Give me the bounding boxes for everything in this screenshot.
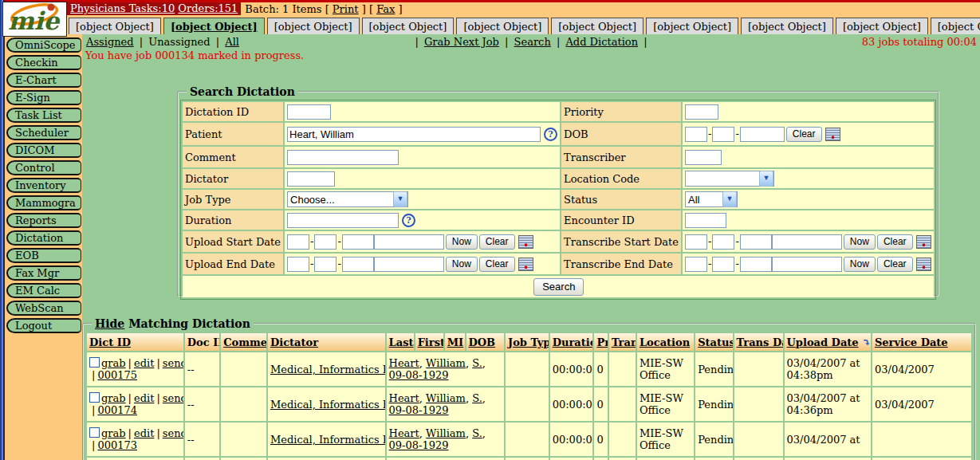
sort-descending-icon[interactable]: ⤵ bbox=[862, 336, 871, 348]
location-code-select[interactable]: ▼ bbox=[685, 171, 774, 187]
transcribe-end-year-input[interactable] bbox=[740, 257, 772, 272]
row-checkbox[interactable] bbox=[89, 427, 100, 438]
column-sort-link[interactable]: Doc ID bbox=[187, 336, 219, 348]
duration-help-icon[interactable]: ? bbox=[402, 214, 415, 227]
column-sort-link[interactable]: Service Date bbox=[875, 336, 948, 348]
upload-end-now-button[interactable]: Now bbox=[446, 257, 478, 272]
edit-link[interactable]: edit bbox=[134, 392, 154, 404]
tab[interactable]: [object Object] bbox=[362, 18, 455, 34]
sidebar-item[interactable]: EM Calc bbox=[6, 283, 81, 298]
tab[interactable]: [object Object] bbox=[551, 18, 643, 34]
transcribe-end-time-input[interactable] bbox=[772, 257, 842, 272]
grab-link[interactable]: grab bbox=[101, 392, 126, 404]
sidebar-item[interactable]: Fax Mgr bbox=[6, 265, 81, 281]
transcribe-start-time-input[interactable] bbox=[772, 234, 842, 250]
column-sort-link[interactable]: Status bbox=[698, 336, 732, 348]
tab[interactable]: [object Object] bbox=[836, 18, 928, 34]
print-link[interactable]: Print bbox=[333, 3, 359, 15]
patient-first-link[interactable]: William bbox=[426, 427, 466, 439]
send-link[interactable]: send bbox=[163, 427, 183, 439]
transcribe-start-now-button[interactable]: Now bbox=[844, 234, 876, 250]
patient-dob-link[interactable]: 09-08-1929 bbox=[389, 404, 449, 416]
send-link[interactable]: send bbox=[163, 392, 183, 404]
patient-last-link[interactable]: Heart bbox=[389, 357, 419, 369]
patient-input[interactable] bbox=[287, 127, 541, 142]
patient-last-link[interactable]: Heart bbox=[389, 427, 419, 439]
sidebar-item[interactable]: DICOM bbox=[6, 143, 81, 158]
transcribe-start-year-input[interactable] bbox=[740, 234, 772, 250]
row-checkbox[interactable] bbox=[89, 357, 100, 368]
patient-first-link[interactable]: William bbox=[426, 357, 466, 369]
patient-mi-link[interactable]: S. bbox=[472, 357, 482, 369]
sidebar-item[interactable]: WebScan bbox=[6, 301, 81, 316]
column-sort-link[interactable]: Last bbox=[389, 336, 414, 348]
sidebar-item[interactable]: OmniScope bbox=[6, 37, 81, 53]
column-sort-link[interactable]: Dictator bbox=[270, 336, 318, 348]
sidebar-item[interactable]: E-Chart bbox=[6, 73, 81, 88]
grab-next-job-link[interactable]: Grab Next Job bbox=[424, 36, 499, 48]
column-sort-link[interactable]: Trans Date bbox=[737, 336, 783, 348]
priority-input[interactable] bbox=[685, 104, 718, 120]
search-button[interactable]: Search bbox=[533, 278, 584, 296]
transcribe-end-day-input[interactable] bbox=[712, 257, 734, 272]
transcribe-start-month-input[interactable] bbox=[685, 234, 707, 250]
sidebar-item[interactable]: Logout bbox=[6, 318, 81, 333]
upload-start-calendar-icon[interactable] bbox=[518, 235, 533, 249]
dict-id-link[interactable]: 000174 bbox=[97, 404, 137, 416]
dob-calendar-icon[interactable] bbox=[825, 128, 840, 141]
upload-end-month-input[interactable] bbox=[287, 257, 309, 272]
sidebar-item[interactable]: Task List bbox=[6, 108, 81, 123]
status-select[interactable]: All▼ bbox=[685, 191, 738, 207]
fax-link[interactable]: Fax bbox=[376, 3, 395, 15]
transcriber-input[interactable] bbox=[685, 150, 722, 165]
tab[interactable]: [object Object] bbox=[69, 18, 161, 34]
tab[interactable]: [object Object] bbox=[163, 18, 265, 34]
patient-mi-link[interactable]: S. bbox=[472, 427, 482, 439]
physicians-tasks-link[interactable]: Physicians Tasks:10 bbox=[70, 2, 175, 14]
patient-first-link[interactable]: William bbox=[426, 392, 466, 404]
tab[interactable]: [object Object] bbox=[741, 18, 833, 34]
sidebar-item[interactable]: Inventory bbox=[6, 178, 81, 193]
upload-end-calendar-icon[interactable] bbox=[518, 258, 533, 271]
transcribe-start-day-input[interactable] bbox=[712, 234, 734, 250]
upload-start-time-input[interactable] bbox=[374, 234, 444, 250]
column-sort-link[interactable]: Job Type bbox=[508, 336, 549, 348]
column-sort-link[interactable]: DOB bbox=[469, 336, 496, 348]
edit-link[interactable]: edit bbox=[134, 427, 154, 439]
transcribe-end-now-button[interactable]: Now bbox=[844, 257, 876, 272]
orders-link[interactable]: Orders:151 bbox=[178, 2, 238, 14]
all-link[interactable]: All bbox=[225, 36, 239, 48]
upload-end-day-input[interactable] bbox=[314, 257, 337, 272]
search-link[interactable]: Search bbox=[514, 36, 551, 48]
sidebar-item[interactable]: Reports bbox=[6, 213, 81, 228]
dictator-link[interactable]: Medical, Informatics Eng. bbox=[270, 399, 385, 411]
dob-year-input[interactable] bbox=[740, 127, 785, 142]
tab[interactable]: [object Object] bbox=[931, 18, 980, 34]
upload-start-now-button[interactable]: Now bbox=[446, 234, 478, 250]
tab[interactable]: [object Object] bbox=[267, 18, 360, 34]
upload-start-year-input[interactable] bbox=[342, 234, 374, 250]
tab[interactable]: [object Object] bbox=[646, 18, 738, 34]
assigned-link[interactable]: Assigned bbox=[86, 36, 134, 48]
column-sort-link[interactable]: Pri bbox=[596, 336, 608, 348]
column-sort-link[interactable]: Upload Date bbox=[787, 336, 859, 348]
upload-end-clear-button[interactable]: Clear bbox=[479, 257, 515, 272]
patient-mi-link[interactable]: S. bbox=[472, 392, 482, 404]
sidebar-item[interactable]: Mammogra bbox=[6, 195, 81, 210]
edit-link[interactable]: edit bbox=[134, 357, 154, 369]
comment-input[interactable] bbox=[287, 150, 399, 165]
patient-dob-link[interactable]: 09-08-1929 bbox=[389, 369, 449, 381]
tab[interactable]: [object Object] bbox=[456, 18, 549, 34]
sidebar-item[interactable]: Scheduler bbox=[6, 125, 81, 140]
hide-link[interactable]: Hide bbox=[95, 317, 124, 330]
upload-start-day-input[interactable] bbox=[314, 234, 337, 250]
dict-id-link[interactable]: 000173 bbox=[97, 439, 137, 451]
dictation-id-input[interactable] bbox=[287, 104, 331, 120]
column-sort-link[interactable]: Location bbox=[640, 336, 690, 348]
transcribe-end-clear-button[interactable]: Clear bbox=[877, 257, 913, 272]
grab-link[interactable]: grab bbox=[101, 357, 126, 369]
transcribe-start-clear-button[interactable]: Clear bbox=[877, 234, 913, 250]
dictator-link[interactable]: Medical, Informatics Eng. bbox=[270, 434, 385, 446]
dob-clear-button[interactable]: Clear bbox=[786, 127, 822, 142]
transcribe-end-month-input[interactable] bbox=[685, 257, 707, 272]
